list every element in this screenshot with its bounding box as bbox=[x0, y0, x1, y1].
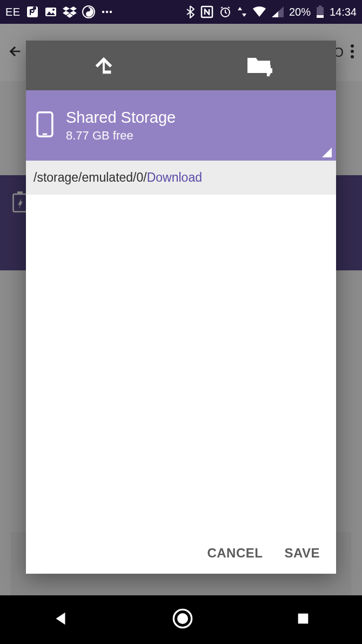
gallery-icon bbox=[44, 5, 57, 18]
status-bar: EE bbox=[0, 0, 362, 24]
breadcrumb[interactable]: /storage/emulated/0/Download bbox=[26, 161, 336, 195]
cancel-button[interactable]: CANCEL bbox=[207, 546, 263, 561]
phone-icon bbox=[36, 111, 54, 140]
nav-back-button[interactable] bbox=[51, 609, 70, 630]
bluetooth-icon bbox=[185, 5, 195, 18]
svg-rect-25 bbox=[43, 134, 47, 135]
dialog-toolbar bbox=[26, 41, 336, 90]
save-button[interactable]: SAVE bbox=[284, 546, 320, 561]
new-folder-button[interactable] bbox=[181, 41, 336, 90]
wifi-icon bbox=[252, 6, 266, 17]
storage-title: Shared Storage bbox=[66, 109, 176, 127]
svg-rect-11 bbox=[319, 5, 321, 7]
status-left: EE bbox=[5, 5, 113, 18]
nfc-icon bbox=[200, 5, 213, 18]
file-list[interactable] bbox=[26, 195, 336, 536]
dropbox-icon bbox=[63, 5, 77, 18]
torrent-icon bbox=[82, 5, 95, 18]
svg-point-7 bbox=[109, 11, 111, 13]
storage-texts: Shared Storage 8.77 GB free bbox=[66, 109, 176, 143]
carrier-label: EE bbox=[5, 6, 21, 18]
status-right: 20% 14:34 bbox=[185, 5, 357, 18]
dropdown-indicator-icon bbox=[322, 148, 332, 157]
path-prefix: /storage/emulated/0/ bbox=[33, 170, 147, 185]
svg-point-1 bbox=[33, 6, 36, 10]
folder-picker-dialog: Shared Storage 8.77 GB free /storage/emu… bbox=[26, 41, 336, 574]
more-icon bbox=[100, 5, 113, 18]
storage-subtitle: 8.77 GB free bbox=[66, 129, 176, 143]
svg-point-6 bbox=[105, 11, 108, 13]
svg-rect-28 bbox=[298, 614, 309, 624]
svg-point-5 bbox=[102, 11, 104, 13]
battery-percent: 20% bbox=[289, 6, 311, 18]
storage-selector[interactable]: Shared Storage 8.77 GB free bbox=[26, 90, 336, 161]
svg-rect-12 bbox=[317, 15, 324, 18]
svg-point-27 bbox=[177, 613, 188, 624]
battery-icon bbox=[316, 5, 324, 18]
go-up-button[interactable] bbox=[26, 41, 181, 90]
signal-icon bbox=[272, 6, 284, 17]
system-navbar bbox=[0, 595, 362, 644]
clock: 14:34 bbox=[330, 6, 357, 18]
path-current: Download bbox=[147, 170, 202, 185]
dialog-actions: CANCEL SAVE bbox=[26, 536, 336, 574]
maps-icon bbox=[26, 5, 39, 18]
svg-point-3 bbox=[52, 9, 55, 11]
transfer-icon bbox=[237, 5, 247, 18]
nav-recent-button[interactable] bbox=[296, 611, 311, 628]
svg-rect-24 bbox=[37, 112, 52, 136]
alarm-icon bbox=[219, 5, 232, 18]
svg-rect-23 bbox=[266, 67, 269, 77]
nav-home-button[interactable] bbox=[172, 608, 193, 632]
